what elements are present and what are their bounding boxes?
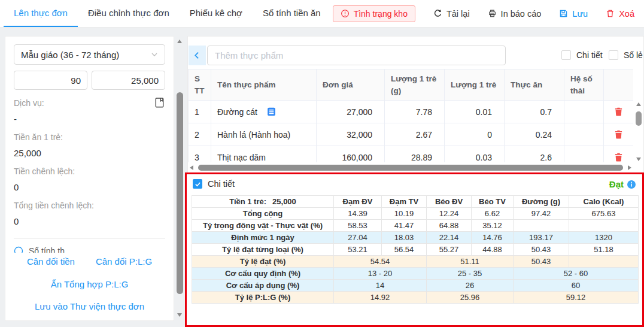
odd-number-checkbox-box[interactable] [609, 50, 618, 60]
detail-toggle-checkbox-box[interactable] [193, 179, 202, 189]
summary-row-ty-le-plg: Tỷ lệ P:L:G (%) 14.92 25.96 59.12 [192, 292, 639, 304]
value-cell: 25 - 35 [427, 268, 514, 280]
cell-actions [604, 146, 634, 162]
toolbar-actions: Tình trạng kho Tải lại In báo cáo [333, 0, 644, 27]
col-header-price: Đơn giá [317, 69, 385, 101]
price-per-child-input[interactable] [92, 71, 165, 90]
left-sidebar: Mẫu giáo (36 - 72 tháng) Dịch vụ: - Tiền… [5, 36, 174, 321]
tab-bar: Lên thực đơn Điều chỉnh thực đơn Phiếu k… [0, 0, 331, 27]
corner-label: Tiền 1 trẻ: [229, 197, 266, 206]
row-label: Tỷ lệ đạt từng loại (%) [192, 244, 334, 256]
row-label: Cơ cấu áp dụng (%) [192, 280, 334, 292]
tab-phieu-ke-cho[interactable]: Phiếu kê chợ [180, 0, 253, 27]
col-duong: Đường (g) [514, 196, 569, 208]
value-cell: 675.63 [569, 208, 639, 220]
value-cell: 14.76 [472, 232, 514, 244]
info-icon[interactable] [627, 180, 636, 189]
reload-icon [433, 9, 442, 18]
reload-button[interactable]: Tải lại [433, 9, 470, 19]
food-table-scrollbar-thumb[interactable] [636, 111, 642, 126]
cell-price: 27,000 [317, 101, 385, 123]
value-cell: 26 [427, 280, 514, 292]
delete-button[interactable]: Xoá [606, 9, 634, 19]
food-table-row: 3 Thịt nạc dăm 160,000 28.89 0.03 2.6 [189, 146, 634, 162]
detail-toggle-checkbox[interactable]: Chi tiết [193, 179, 235, 189]
row-label: Tỷ trọng động vật - Thực vật (%) [192, 220, 334, 232]
save-button[interactable]: Lưu [559, 9, 588, 19]
cell-name: Đường cát [211, 101, 317, 123]
save-label: Lưu [572, 9, 588, 19]
print-report-button[interactable]: In báo cáo [488, 9, 542, 19]
row-label: Định mức 1 ngày [192, 232, 334, 244]
diff-money-label: Tiền chênh lệch: [14, 166, 165, 176]
cell-waste [564, 123, 604, 146]
odd-number-checkbox[interactable]: Số lẻ [609, 50, 643, 60]
page-scrollbar-thumb[interactable] [177, 92, 183, 294]
value-cell: 56.54 [382, 244, 427, 256]
cell-food: 2.6 [505, 146, 564, 162]
bookmark-icon[interactable] [154, 96, 165, 109]
food-table-header-row: STT Tên thực phẩm Đơn giá Lượng 1 trẻ (g… [189, 69, 634, 101]
inventory-icon[interactable] [266, 107, 277, 117]
value-cell: 51.18 [569, 244, 639, 256]
total-diff-label: Tổng tiền chênh lệch: [14, 201, 165, 210]
value-cell: 50.43 [514, 244, 569, 256]
value-cell: 59.12 [514, 292, 639, 304]
value-cell [569, 220, 639, 232]
col-header-amount: Lượng 1 trẻ [445, 69, 505, 101]
stock-status-button[interactable]: Tình trạng kho [333, 5, 415, 22]
cell-name: Hành lá (Hành hoa) [211, 123, 317, 146]
food-table-horizontal-scrollbar[interactable] [188, 164, 633, 172]
food-name: Hành lá (Hành hoa) [217, 130, 290, 140]
save-to-library-link[interactable]: Lưu vào Thư viện thực đơn [35, 301, 144, 311]
table-scroll-down-arrow-icon[interactable] [636, 158, 641, 161]
detail-checkbox-label: Chi tiết [576, 50, 603, 60]
tab-so-tinh-tien-an[interactable]: Sổ tính tiền ăn [253, 0, 331, 27]
add-food-search-input[interactable] [207, 46, 506, 65]
table-scroll-right-arrow-icon[interactable] [628, 165, 631, 170]
food-name: Đường cát [217, 107, 257, 117]
chevron-left-icon [193, 52, 201, 59]
summary-row-ty-trong: Tỷ trọng động vật - Thực vật (%) 58.53 4… [192, 220, 639, 232]
hide-plg-summary-link[interactable]: Ẩn Tổng hợp P:L:G [51, 279, 129, 289]
chevron-down-icon [151, 51, 158, 58]
nutrition-summary-table: Tiền 1 trẻ:25,000 Đạm ĐV Đạm TV Béo ĐV B… [192, 195, 639, 304]
table-scroll-up-arrow-icon[interactable] [636, 102, 641, 106]
cell-stt: 2 [189, 123, 211, 146]
service-label: Dịch vụ: [14, 98, 165, 108]
corner-cell: Tiền 1 trẻ:25,000 [192, 196, 334, 208]
value-cell: 6.62 [472, 208, 514, 220]
children-count-input[interactable] [14, 71, 87, 90]
diff-money-value: 0 [14, 182, 165, 192]
food-table-hscrollbar-thumb[interactable] [198, 165, 623, 171]
stock-status-label: Tình trạng kho [354, 9, 408, 19]
row-delete-button[interactable] [613, 129, 625, 141]
value-cell: 18.03 [382, 232, 427, 244]
value-cell: 35.12 [472, 220, 514, 232]
value-cell: 13 - 20 [334, 268, 427, 280]
summary-row-tong-cong: Tổng cộng 14.39 10.19 12.24 6.62 97.42 6… [192, 208, 639, 220]
col-header-name: Tên thực phẩm [211, 69, 317, 101]
balance-money-link[interactable]: Cân đối tiền [27, 256, 75, 267]
page-scrollbar[interactable] [175, 37, 184, 319]
row-delete-button[interactable] [613, 152, 625, 162]
scroll-up-arrow-icon[interactable] [177, 40, 182, 43]
status-label: Đạt [609, 179, 624, 189]
scroll-down-arrow-icon[interactable] [177, 313, 182, 317]
age-group-select[interactable]: Mẫu giáo (36 - 72 tháng) [14, 44, 165, 65]
collapse-sidebar-button[interactable] [189, 46, 206, 65]
detail-checkbox[interactable]: Chi tiết [561, 50, 603, 60]
tab-dieu-chinh-thuc-don[interactable]: Điều chỉnh thực đơn [78, 0, 180, 27]
tab-len-thuc-don[interactable]: Lên thực đơn [4, 0, 78, 27]
detail-checkbox-box[interactable] [561, 50, 571, 60]
printer-icon [488, 9, 497, 18]
value-cell: 25.96 [427, 292, 514, 304]
cell-name: Thịt nạc dăm [211, 146, 317, 162]
row-delete-button[interactable] [613, 106, 625, 118]
value-cell: 1320 [569, 232, 639, 244]
food-table-vertical-scrollbar[interactable] [634, 101, 643, 162]
cell-amount: 0.01 [445, 101, 505, 123]
table-scroll-left-arrow-icon[interactable] [190, 165, 193, 170]
clipped-sidebar-item[interactable]: Sổ tính th [14, 246, 165, 253]
balance-plg-link[interactable]: Cân đối P:L:G [96, 256, 152, 267]
